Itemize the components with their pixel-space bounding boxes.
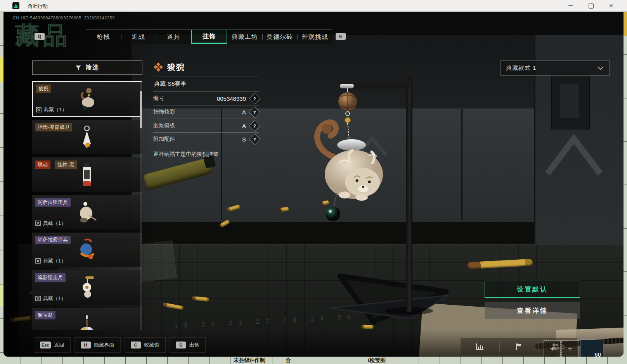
view-details-button[interactable]: 查看详情 (485, 302, 580, 319)
spreadsheet-yellow-cell (0, 285, 3, 306)
maximize-button[interactable] (587, 2, 595, 10)
list-item-phantom-sniper[interactable]: 诡影狙击兵 典藏（1） (32, 270, 142, 305)
hotkey-label: 收藏馆 (144, 342, 159, 348)
detail-label: 附加配件 (153, 136, 175, 143)
background-spreadsheet-left (0, 12, 3, 364)
list-item-charm-black[interactable]: 联动 挂饰-黑 (32, 157, 142, 192)
background-spreadsheet-right (624, 12, 627, 364)
item-name-tag: 挂饰-凌霄成卫 (35, 123, 72, 131)
item-thumbnail (78, 314, 96, 330)
minimize-button[interactable] (566, 2, 575, 10)
stats-button[interactable] (461, 338, 499, 355)
collection-icon (35, 258, 41, 264)
filter-label: 筛选 (85, 64, 99, 72)
charm-preview-model[interactable] (293, 58, 463, 329)
tab-guns[interactable]: 枪械 (86, 30, 121, 44)
detail-label: 挂饰炫彩 (153, 109, 175, 116)
item-thumbnail (78, 276, 95, 300)
help-icon[interactable]: ? (249, 133, 261, 145)
item-title-row: 狻猊 (153, 58, 259, 76)
sidebar-scrollbar[interactable] (140, 81, 142, 330)
rarity-diamond-icon (153, 62, 163, 72)
empty-slot-button[interactable]: + (561, 340, 579, 357)
tab-collection-workshop[interactable]: 典藏工坊 (227, 30, 262, 44)
detail-value: 005348939 (217, 95, 246, 102)
flag-icon (515, 343, 523, 350)
detail-row-accessory: 附加配件 S ? (153, 133, 259, 146)
charm-item-list: 狻猊 典藏（1） 挂饰-凌霄成卫 (32, 81, 142, 330)
close-button[interactable]: × (607, 2, 615, 10)
collection-icon (36, 107, 42, 112)
filter-button[interactable]: 筛选 (32, 60, 142, 75)
collection-badge-label: 典藏（1） (43, 257, 66, 264)
style-select-value: 典藏款式 1 (506, 64, 537, 72)
bar-chart-icon (476, 343, 484, 350)
esc-keycap: Esc (40, 342, 51, 348)
funnel-icon (75, 65, 81, 71)
empty-slot-button[interactable]: + (544, 340, 561, 357)
spreadsheet-cell-text: /检宝图 (368, 357, 386, 364)
tab-mandel-brick[interactable]: 曼德尔砖 (262, 30, 298, 44)
help-icon[interactable]: ? (249, 106, 261, 118)
help-icon[interactable]: ? (249, 93, 261, 104)
crate-chevron-decoration (543, 132, 605, 178)
detail-row-pattern: 图案模板 A ? (153, 119, 259, 132)
list-item-asala-shotgunner[interactable]: 阿萨拉霰弹兵 典藏（1） (32, 233, 142, 267)
collection-badge-label: 典藏（1） (43, 220, 66, 227)
h-keycap: H (81, 342, 91, 348)
collection-icon (35, 296, 41, 301)
app-logo-icon (12, 2, 19, 9)
list-item-treasure-basin[interactable]: 聚宝盆 (32, 308, 142, 330)
hotkey-hide-ui[interactable]: H 隐藏界面 (74, 337, 121, 353)
screen: 未拍级/+作制 合 /检宝图 三角洲行动 × (0, 0, 627, 364)
category-tabs: 枪械 近战 道具 挂饰 典藏工坊 曼德尔砖 外观挑战 (86, 29, 333, 44)
spreadsheet-yellow-cell (0, 57, 3, 82)
scrollbar-thumb[interactable] (140, 91, 142, 128)
hotkey-label: 隐藏界面 (94, 342, 114, 348)
detail-row-serial: 编号 005348939 ? (153, 92, 259, 105)
s-keycap: S (176, 342, 186, 348)
detail-row-colorway: 挂饰炫彩 A ? (153, 105, 259, 119)
game-window: 19 20 21 22 23 24 25 (3, 12, 624, 357)
plus-icon: + (550, 345, 554, 354)
detail-label: 图案模板 (153, 122, 175, 129)
hotkey-sell[interactable]: S 出售 (170, 337, 206, 353)
spreadsheet-cell-text: 合 (286, 357, 291, 364)
list-item-asala-sniper[interactable]: 阿萨拉狙击兵 典藏（1） (32, 195, 142, 229)
collection-icon (35, 221, 41, 226)
tab-next-keycap: E (336, 33, 346, 40)
item-thumbnail (81, 162, 93, 187)
detail-value: A (242, 109, 246, 116)
hotkey-label: 出售 (189, 342, 199, 348)
set-default-button[interactable]: 设置默认 (485, 281, 580, 298)
item-thumbnail (76, 201, 98, 224)
tab-melee[interactable]: 近战 (121, 30, 156, 44)
hotkey-back[interactable]: Esc 返回 (34, 337, 71, 353)
season-label: 典藏-S8赛季 (153, 76, 259, 91)
list-item-lingxiao[interactable]: 挂饰-凌霄成卫 (32, 120, 142, 154)
tab-props[interactable]: 道具 (156, 30, 191, 44)
spreadsheet-yellow-mark (624, 12, 627, 36)
item-name-tag: 狻猊 (36, 85, 51, 93)
detail-label: 编号 (153, 95, 164, 102)
currency-tile[interactable]: 60 (580, 340, 603, 357)
item-name-tag: 诡影狙击兵 (35, 273, 66, 282)
chevron-down-icon (598, 66, 604, 70)
window-title: 三角洲行动 (23, 3, 48, 10)
tab-charms[interactable]: 挂饰 (191, 30, 227, 44)
crate-latch-inner (560, 84, 579, 118)
collection-badge-label: 典藏（1） (43, 295, 66, 302)
item-details-panel: 狻猊 典藏-S8赛季 编号 005348939 ? 挂饰炫彩 A ? 图案模板 … (153, 58, 259, 158)
window-titlebar: 三角洲行动 × (0, 0, 627, 12)
item-name-tag: 阿萨拉狙击兵 (35, 198, 71, 207)
hotkey-collection-hall[interactable]: C 收藏馆 (125, 337, 166, 353)
report-button[interactable] (499, 338, 538, 355)
item-name-tag: 挂饰-黑 (55, 160, 77, 169)
list-item-suanni[interactable]: 狻猊 典藏（1） (32, 81, 142, 117)
style-select-dropdown[interactable]: 典藏款式 1 (500, 60, 610, 76)
item-name-tag: 聚宝盆 (35, 311, 55, 319)
help-icon[interactable]: ? (249, 120, 261, 131)
hotkey-bar: Esc 返回 H 隐藏界面 C 收藏馆 S 出售 (34, 337, 206, 353)
item-description: 迎祥纳福主题中的狻猊挂饰 (153, 146, 259, 158)
tab-appearance-challenge[interactable]: 外观挑战 (297, 30, 333, 44)
